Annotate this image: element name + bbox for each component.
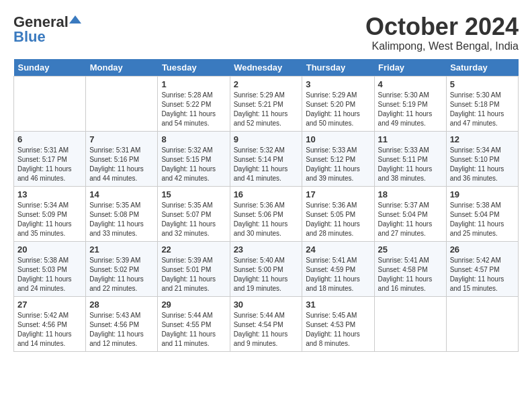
calendar-cell: [86, 76, 158, 131]
cell-date: 19: [450, 189, 515, 199]
calendar-cell: 11Sunrise: 5:33 AMSunset: 5:11 PMDayligh…: [374, 131, 446, 186]
calendar-cell: 9Sunrise: 5:32 AMSunset: 5:14 PMDaylight…: [230, 131, 302, 186]
calendar-cell: 4Sunrise: 5:30 AMSunset: 5:19 PMDaylight…: [374, 76, 446, 131]
cell-date: 24: [306, 244, 370, 255]
svg-marker-0: [69, 15, 81, 24]
cell-date: 15: [161, 189, 226, 199]
cell-info: Sunrise: 5:32 AMSunset: 5:15 PMDaylight:…: [161, 146, 226, 183]
week-row-3: 13Sunrise: 5:34 AMSunset: 5:09 PMDayligh…: [14, 186, 519, 241]
cell-info: Sunrise: 5:38 AMSunset: 5:04 PMDaylight:…: [450, 201, 515, 238]
cell-info: Sunrise: 5:30 AMSunset: 5:19 PMDaylight:…: [378, 91, 443, 128]
calendar-cell: 25Sunrise: 5:41 AMSunset: 4:58 PMDayligh…: [374, 241, 446, 296]
cell-date: 27: [17, 300, 82, 310]
calendar-cell: 7Sunrise: 5:31 AMSunset: 5:16 PMDaylight…: [86, 131, 158, 186]
cell-info: Sunrise: 5:31 AMSunset: 5:16 PMDaylight:…: [89, 146, 154, 183]
cell-date: 10: [306, 134, 370, 144]
cell-date: 21: [89, 244, 154, 255]
cell-date: 8: [161, 134, 226, 144]
week-row-4: 20Sunrise: 5:38 AMSunset: 5:03 PMDayligh…: [14, 241, 519, 296]
cell-info: Sunrise: 5:35 AMSunset: 5:07 PMDaylight:…: [161, 201, 226, 238]
cell-date: 14: [89, 189, 154, 199]
cell-date: 5: [450, 79, 515, 89]
cell-date: 17: [306, 189, 370, 199]
cell-date: 4: [378, 79, 443, 89]
calendar-cell: 19Sunrise: 5:38 AMSunset: 5:04 PMDayligh…: [446, 186, 518, 241]
calendar-cell: 23Sunrise: 5:40 AMSunset: 5:00 PMDayligh…: [230, 241, 302, 296]
cell-date: 12: [450, 134, 515, 144]
cell-info: Sunrise: 5:42 AMSunset: 4:56 PMDaylight:…: [17, 311, 82, 349]
cell-info: Sunrise: 5:35 AMSunset: 5:08 PMDaylight:…: [89, 201, 154, 238]
calendar-cell: 3Sunrise: 5:29 AMSunset: 5:20 PMDaylight…: [302, 76, 374, 131]
cell-info: Sunrise: 5:33 AMSunset: 5:12 PMDaylight:…: [306, 146, 370, 183]
calendar-cell: 18Sunrise: 5:37 AMSunset: 5:04 PMDayligh…: [374, 186, 446, 241]
calendar-cell: 30Sunrise: 5:44 AMSunset: 4:54 PMDayligh…: [230, 296, 302, 351]
week-row-5: 27Sunrise: 5:42 AMSunset: 4:56 PMDayligh…: [14, 296, 519, 351]
calendar-cell: 12Sunrise: 5:34 AMSunset: 5:10 PMDayligh…: [446, 131, 518, 186]
calendar-cell: 17Sunrise: 5:36 AMSunset: 5:05 PMDayligh…: [302, 186, 374, 241]
calendar-cell: 27Sunrise: 5:42 AMSunset: 4:56 PMDayligh…: [14, 296, 86, 351]
calendar-cell: [446, 296, 518, 351]
calendar-cell: 5Sunrise: 5:30 AMSunset: 5:18 PMDaylight…: [446, 76, 518, 131]
calendar-cell: 1Sunrise: 5:28 AMSunset: 5:22 PMDaylight…: [158, 76, 230, 131]
day-header-wednesday: Wednesday: [230, 59, 302, 77]
cell-info: Sunrise: 5:29 AMSunset: 5:20 PMDaylight:…: [306, 91, 370, 128]
day-header-monday: Monday: [86, 59, 158, 77]
cell-date: 20: [17, 244, 82, 255]
cell-info: Sunrise: 5:31 AMSunset: 5:17 PMDaylight:…: [17, 146, 82, 183]
cell-date: 23: [234, 244, 299, 255]
cell-date: 31: [306, 300, 370, 310]
day-header-row: SundayMondayTuesdayWednesdayThursdayFrid…: [14, 59, 519, 77]
calendar-cell: 26Sunrise: 5:42 AMSunset: 4:57 PMDayligh…: [446, 241, 518, 296]
cell-info: Sunrise: 5:34 AMSunset: 5:09 PMDaylight:…: [17, 201, 82, 238]
calendar-cell: 6Sunrise: 5:31 AMSunset: 5:17 PMDaylight…: [14, 131, 86, 186]
cell-info: Sunrise: 5:44 AMSunset: 4:55 PMDaylight:…: [161, 311, 226, 349]
cell-date: 22: [161, 244, 226, 255]
day-header-sunday: Sunday: [14, 59, 86, 77]
cell-info: Sunrise: 5:36 AMSunset: 5:05 PMDaylight:…: [306, 201, 370, 238]
cell-info: Sunrise: 5:37 AMSunset: 5:04 PMDaylight:…: [378, 201, 443, 238]
day-header-friday: Friday: [374, 59, 446, 77]
cell-date: 9: [234, 134, 299, 144]
title-area: October 2024 Kalimpong, West Bengal, Ind…: [365, 13, 519, 52]
calendar-cell: 13Sunrise: 5:34 AMSunset: 5:09 PMDayligh…: [14, 186, 86, 241]
cell-date: 25: [378, 244, 443, 255]
cell-date: 16: [234, 189, 299, 199]
cell-info: Sunrise: 5:33 AMSunset: 5:11 PMDaylight:…: [378, 146, 443, 183]
calendar-cell: [374, 296, 446, 351]
calendar-cell: 20Sunrise: 5:38 AMSunset: 5:03 PMDayligh…: [14, 241, 86, 296]
cell-info: Sunrise: 5:44 AMSunset: 4:54 PMDaylight:…: [234, 311, 299, 349]
cell-date: 18: [378, 189, 443, 199]
cell-info: Sunrise: 5:40 AMSunset: 5:00 PMDaylight:…: [234, 256, 299, 293]
location-title: Kalimpong, West Bengal, India: [365, 40, 519, 52]
calendar-cell: 21Sunrise: 5:39 AMSunset: 5:02 PMDayligh…: [86, 241, 158, 296]
cell-date: 26: [450, 244, 515, 255]
calendar-cell: 22Sunrise: 5:39 AMSunset: 5:01 PMDayligh…: [158, 241, 230, 296]
logo: General Blue: [13, 13, 81, 46]
day-header-saturday: Saturday: [446, 59, 518, 77]
cell-date: 7: [89, 134, 154, 144]
cell-date: 13: [17, 189, 82, 199]
calendar-cell: 10Sunrise: 5:33 AMSunset: 5:12 PMDayligh…: [302, 131, 374, 186]
cell-info: Sunrise: 5:45 AMSunset: 4:53 PMDaylight:…: [306, 311, 370, 349]
week-row-2: 6Sunrise: 5:31 AMSunset: 5:17 PMDaylight…: [14, 131, 519, 186]
calendar-cell: 31Sunrise: 5:45 AMSunset: 4:53 PMDayligh…: [302, 296, 374, 351]
cell-info: Sunrise: 5:36 AMSunset: 5:06 PMDaylight:…: [234, 201, 299, 238]
calendar-cell: 28Sunrise: 5:43 AMSunset: 4:56 PMDayligh…: [86, 296, 158, 351]
month-title: October 2024: [365, 13, 519, 40]
logo-blue-text: Blue: [13, 28, 46, 46]
calendar-cell: 8Sunrise: 5:32 AMSunset: 5:15 PMDaylight…: [158, 131, 230, 186]
day-header-thursday: Thursday: [302, 59, 374, 77]
cell-info: Sunrise: 5:32 AMSunset: 5:14 PMDaylight:…: [234, 146, 299, 183]
cell-date: 1: [161, 79, 226, 89]
cell-info: Sunrise: 5:39 AMSunset: 5:01 PMDaylight:…: [161, 256, 226, 293]
calendar-cell: [14, 76, 86, 131]
cell-date: 30: [234, 300, 299, 310]
cell-info: Sunrise: 5:38 AMSunset: 5:03 PMDaylight:…: [17, 256, 82, 293]
cell-info: Sunrise: 5:29 AMSunset: 5:21 PMDaylight:…: [234, 91, 299, 128]
cell-info: Sunrise: 5:34 AMSunset: 5:10 PMDaylight:…: [450, 146, 515, 183]
calendar-cell: 29Sunrise: 5:44 AMSunset: 4:55 PMDayligh…: [158, 296, 230, 351]
calendar-table: SundayMondayTuesdayWednesdayThursdayFrid…: [13, 59, 519, 352]
cell-date: 29: [161, 300, 226, 310]
cell-info: Sunrise: 5:41 AMSunset: 4:59 PMDaylight:…: [306, 256, 370, 293]
cell-info: Sunrise: 5:41 AMSunset: 4:58 PMDaylight:…: [378, 256, 443, 293]
